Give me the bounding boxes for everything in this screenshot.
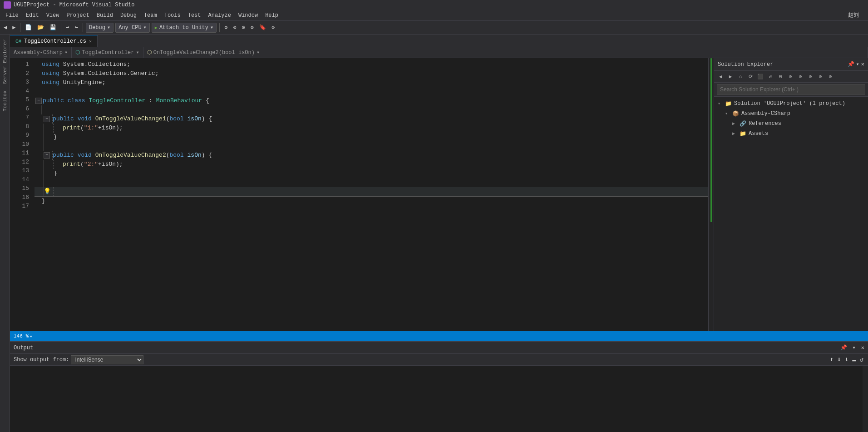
open-button[interactable]: 📂 xyxy=(35,23,46,33)
debug-config-dropdown[interactable]: Debug ▾ xyxy=(86,23,113,33)
attach-to-unity-button[interactable]: ▶ Attach to Unity ▾ xyxy=(152,23,217,33)
se-close-button[interactable]: ✕ xyxy=(861,61,864,68)
se-arrow-button[interactable]: ▾ xyxy=(856,61,859,68)
sidebar-item-server-explorer[interactable]: Server Explorer xyxy=(1,36,9,87)
menu-edit[interactable]: Edit xyxy=(22,11,43,20)
menu-project[interactable]: Project xyxy=(63,11,93,20)
back-button[interactable]: ◀ xyxy=(2,23,9,33)
se-prop4-button[interactable]: ⚙ xyxy=(816,72,825,81)
output-source-select[interactable]: IntelliSense xyxy=(71,355,143,364)
se-prop2-button[interactable]: ⚙ xyxy=(796,72,805,81)
output-toolbar: Show output from: IntelliSense ⬆ ⬇ ⬇ ▬ ↺ xyxy=(10,354,868,366)
code-line-13: } xyxy=(35,169,708,178)
forward-button[interactable]: ▶ xyxy=(10,23,17,33)
output-btn-3[interactable]: ⬇ xyxy=(845,356,848,363)
tree-assets-item[interactable]: ▶ 📁 Assets xyxy=(714,129,868,139)
output-header: Output 📌 ▾ ✕ xyxy=(10,342,868,354)
sidebar-item-toolbox[interactable]: Toolbox xyxy=(1,88,9,114)
toolbar-sep-2 xyxy=(61,23,61,32)
breadcrumb-method-icon: ⬡ xyxy=(147,49,152,56)
collapse-method2-icon[interactable]: − xyxy=(44,152,50,159)
solution-explorer-title: Solution Explorer xyxy=(718,61,773,68)
output-pin-button[interactable]: 📌 xyxy=(840,344,847,351)
output-btn-2[interactable]: ⬇ xyxy=(837,356,841,363)
zoom-dropdown-arrow[interactable]: ▾ xyxy=(30,333,33,339)
menu-analyze[interactable]: Analyze xyxy=(205,11,235,20)
se-back-button[interactable]: ◀ xyxy=(716,72,725,81)
debug-config-arrow: ▾ xyxy=(107,24,110,31)
tree-assembly-label: Assembly-CSharp xyxy=(741,110,790,117)
menu-build[interactable]: Build xyxy=(93,11,117,20)
tree-assembly-item[interactable]: ▾ 📦 Assembly-CSharp xyxy=(714,109,868,119)
new-button[interactable]: 📄 xyxy=(23,23,34,33)
code-line-8: print ( "1:" +isOn); xyxy=(35,124,708,133)
breadcrumb-assembly[interactable]: Assembly-CSharp ▾ xyxy=(10,47,72,58)
se-refresh-button[interactable]: ↺ xyxy=(766,72,775,81)
code-editor[interactable]: 1 2 3 4 5 6 7 8 9 10 11 12 13 14 15 16 1 xyxy=(10,58,714,331)
se-prop5-button[interactable]: ⚙ xyxy=(826,72,835,81)
breadcrumb-assembly-label: Assembly-CSharp xyxy=(14,50,63,56)
lightbulb-icon[interactable]: 💡 xyxy=(44,187,51,196)
toolbar-btn-c[interactable]: ⚙ xyxy=(240,23,247,33)
bookmark-button[interactable]: 🔖 xyxy=(257,23,268,33)
redo-button[interactable]: ↪ xyxy=(73,23,80,33)
toolbar-btn-d[interactable]: ⚙ xyxy=(249,23,256,33)
menu-file[interactable]: File xyxy=(2,11,22,20)
se-sync-button[interactable]: ⟳ xyxy=(746,72,755,81)
editor-vertical-scrollbar[interactable] xyxy=(708,58,714,331)
user-name: 赵刘 xyxy=(844,10,863,20)
output-close-button[interactable]: ✕ xyxy=(861,344,864,351)
breadcrumb-class[interactable]: ⬡ ToggleController ▾ xyxy=(72,47,143,58)
solution-explorer-panel: Solution Explorer 📌 ▾ ✕ ◀ ▶ ⌂ ⟳ ⬛ ↺ ⊟ xyxy=(714,58,868,331)
attach-arrow: ▾ xyxy=(210,24,213,31)
output-arrow-button[interactable]: ▾ xyxy=(853,344,856,351)
output-panel: Output 📌 ▾ ✕ Show output from: IntelliSe… xyxy=(10,341,868,432)
tree-solution-item[interactable]: ▾ 📁 Solution 'UGUIProject' (1 project) xyxy=(714,99,868,109)
toolbar-btn-e[interactable]: ⚙ xyxy=(270,23,276,33)
line-numbers: 1 2 3 4 5 6 7 8 9 10 11 12 13 14 15 16 1 xyxy=(10,58,33,331)
menu-team[interactable]: Team xyxy=(140,11,161,20)
output-btn-1[interactable]: ⬆ xyxy=(830,356,833,363)
output-btn-4[interactable]: ▬ xyxy=(852,356,856,363)
tree-references-item[interactable]: ▶ 🔗 References xyxy=(714,119,868,129)
menu-window[interactable]: Window xyxy=(235,11,261,20)
tree-references-label: References xyxy=(749,120,781,127)
title-bar: UGUIProject - Microsoft Visual Studio xyxy=(0,0,868,10)
solution-tree: ▾ 📁 Solution 'UGUIProject' (1 project) ▾… xyxy=(714,97,868,331)
debug-config-label: Debug xyxy=(89,25,105,31)
tab-close-icon[interactable]: ✕ xyxy=(89,39,92,44)
tab-bar: C# ToggleController.cs ✕ xyxy=(10,35,868,47)
se-stop-button[interactable]: ⬛ xyxy=(756,72,765,81)
collapse-method1-icon[interactable]: − xyxy=(44,116,50,122)
search-solution-explorer-input[interactable] xyxy=(717,84,865,94)
editor-zoom-bar: 146 % ▾ xyxy=(10,331,868,341)
toolbar-sep-3 xyxy=(83,23,83,32)
toolbar-btn-a[interactable]: ⚙ xyxy=(222,23,229,33)
undo-button[interactable]: ↩ xyxy=(64,23,71,33)
code-content[interactable]: using System.Collections; using System.C… xyxy=(33,58,708,331)
collapse-class-icon[interactable]: − xyxy=(35,98,42,104)
cpu-config-dropdown[interactable]: Any CPU ▾ xyxy=(115,23,150,33)
se-home-button[interactable]: ⌂ xyxy=(736,72,745,81)
breadcrumb-class-arrow: ▾ xyxy=(136,49,139,56)
code-line-16: } xyxy=(35,197,708,206)
se-prop3-button[interactable]: ⚙ xyxy=(806,72,815,81)
output-btn-5[interactable]: ↺ xyxy=(860,356,863,363)
menu-tools[interactable]: Tools xyxy=(161,11,184,20)
se-prop-button[interactable]: ⚙ xyxy=(786,72,795,81)
solution-explorer-toolbar: ◀ ▶ ⌂ ⟳ ⬛ ↺ ⊟ ⚙ ⚙ ⚙ ⚙ ⚙ xyxy=(714,71,868,83)
menu-help[interactable]: Help xyxy=(261,11,282,20)
menu-view[interactable]: View xyxy=(43,11,63,20)
menu-debug[interactable]: Debug xyxy=(117,11,140,20)
se-collapse-button[interactable]: ⊟ xyxy=(776,72,785,81)
se-pin-button[interactable]: 📌 xyxy=(848,61,854,68)
breadcrumb-method[interactable]: ⬡ OnToggleValueChange2(bool isOn) ▾ xyxy=(143,47,868,58)
show-output-label: Show output from: xyxy=(14,357,69,363)
se-forward-button[interactable]: ▶ xyxy=(726,72,735,81)
tab-togglecontroller[interactable]: C# ToggleController.cs ✕ xyxy=(10,35,98,47)
breadcrumb-assembly-arrow: ▾ xyxy=(64,49,68,56)
toolbar-btn-b[interactable]: ⚙ xyxy=(231,23,238,33)
output-scrollbar[interactable] xyxy=(863,366,868,432)
save-button[interactable]: 💾 xyxy=(48,23,58,33)
menu-test[interactable]: Test xyxy=(184,11,205,20)
